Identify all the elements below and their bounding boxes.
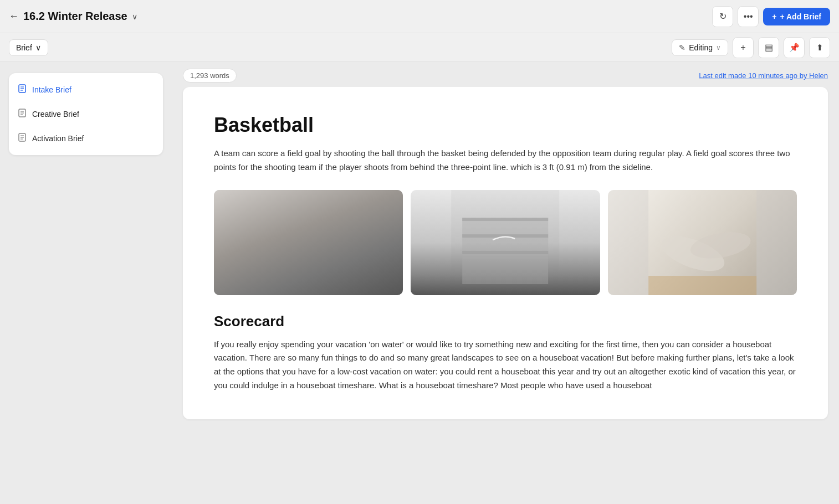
- project-title: 16.2 Winter Release: [23, 10, 127, 23]
- editing-chevron-icon: ∨: [716, 44, 721, 52]
- svg-rect-12: [254, 190, 362, 295]
- svg-rect-23: [648, 276, 756, 295]
- add-section-button[interactable]: +: [733, 37, 754, 58]
- doc-meta-bar: 1,293 words Last edit made 10 minutes ag…: [172, 62, 839, 87]
- refresh-button[interactable]: ↻: [712, 6, 733, 27]
- sidebar: Intake Brief Creative Brief: [0, 62, 172, 504]
- main-area: Intake Brief Creative Brief: [0, 62, 839, 504]
- svg-rect-19: [462, 251, 548, 254]
- intake-brief-icon: [18, 84, 27, 95]
- shoe-closeup-image: [214, 190, 403, 295]
- creative-brief-icon: [18, 109, 27, 120]
- svg-point-13: [273, 232, 369, 292]
- sidebar-item-creative[interactable]: Creative Brief: [9, 102, 163, 126]
- doc-content: Basketball A team can score a field goal…: [183, 87, 828, 419]
- scorecard-title: Scorecard: [214, 313, 797, 330]
- header-left: ← 16.2 Winter Release ∨: [9, 10, 137, 23]
- sidebar-item-intake[interactable]: Intake Brief: [9, 78, 163, 102]
- scorecard-body: If you really enjoy spending your vacati…: [214, 338, 797, 393]
- brief-dropdown-label: Brief: [16, 43, 32, 52]
- edit-pencil-icon: ✎: [679, 43, 685, 52]
- brief-list: Intake Brief Creative Brief: [9, 73, 163, 155]
- brief-dropdown[interactable]: Brief ∨: [9, 39, 48, 56]
- header-right: ↻ ••• + + Add Brief: [712, 6, 830, 27]
- plus-icon: +: [740, 43, 745, 53]
- editing-dropdown[interactable]: ✎ Editing ∨: [672, 39, 728, 56]
- last-edit-info[interactable]: Last edit made 10 minutes ago by Helen: [699, 71, 828, 80]
- sub-header-right: ✎ Editing ∨ + ▤ 📌 ⬆: [672, 37, 830, 58]
- creative-brief-label: Creative Brief: [32, 110, 79, 119]
- brief-dropdown-chevron-icon: ∨: [35, 43, 41, 52]
- more-button[interactable]: •••: [738, 6, 759, 27]
- sub-header: Brief ∨ ✎ Editing ∨ + ▤ 📌 ⬆: [0, 33, 839, 62]
- doc-title: Basketball: [214, 114, 797, 137]
- send-icon: ⬆: [816, 43, 823, 53]
- sidebar-item-activation[interactable]: Activation Brief: [9, 126, 163, 151]
- more-icon: •••: [744, 12, 753, 22]
- editing-label: Editing: [689, 43, 713, 52]
- svg-point-14: [274, 231, 357, 281]
- document-area: 1,293 words Last edit made 10 minutes ag…: [172, 62, 839, 504]
- activation-brief-icon: [18, 133, 27, 144]
- doc-scroll[interactable]: Basketball A team can score a field goal…: [172, 87, 839, 504]
- pin-button[interactable]: 📌: [784, 37, 805, 58]
- share-button[interactable]: ⬆: [809, 37, 830, 58]
- top-header: ← 16.2 Winter Release ∨ ↻ ••• + + Add Br…: [0, 0, 839, 33]
- shoes-flatlay-image: [608, 190, 797, 295]
- back-button[interactable]: ←: [9, 11, 19, 22]
- add-icon: +: [772, 12, 776, 21]
- intake-brief-label: Intake Brief: [32, 85, 71, 94]
- document-view-button[interactable]: ▤: [758, 37, 779, 58]
- image-row: [214, 190, 797, 295]
- refresh-icon: ↻: [719, 11, 727, 22]
- activation-brief-label: Activation Brief: [32, 134, 84, 143]
- add-brief-button[interactable]: + + Add Brief: [763, 8, 830, 25]
- nike-store-image: [411, 190, 600, 295]
- svg-rect-17: [462, 218, 548, 221]
- word-count-badge: 1,293 words: [183, 69, 237, 83]
- pin-icon: 📌: [789, 43, 800, 53]
- doc-intro-text: A team can score a field goal by shootin…: [214, 147, 797, 174]
- add-brief-label: + Add Brief: [780, 12, 821, 21]
- project-chevron-icon[interactable]: ∨: [132, 12, 137, 21]
- document-icon: ▤: [765, 42, 773, 53]
